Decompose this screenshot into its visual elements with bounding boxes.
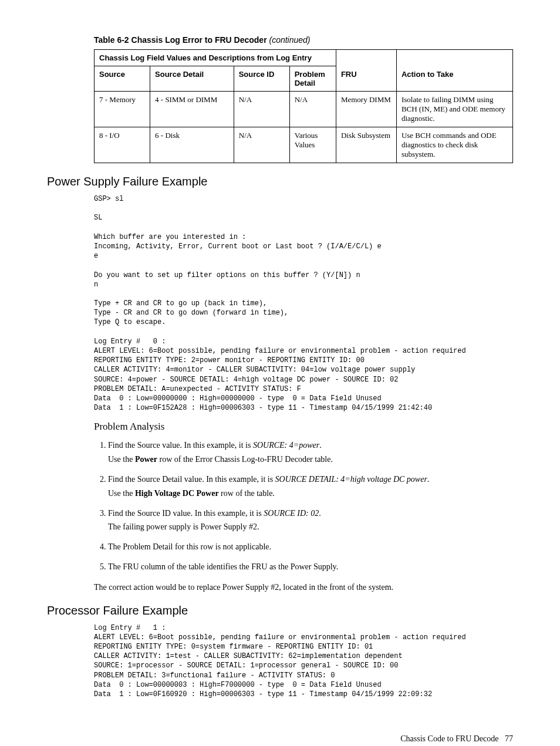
table-caption: Table 6-2 Chassis Log Error to FRU Decod…: [94, 35, 513, 45]
cell-fru: Disk Subsystem: [336, 127, 396, 163]
processor-failure-heading: Processor Failure Example: [47, 604, 513, 617]
th-problem-detail: Problem Detail: [289, 66, 336, 92]
th-source: Source: [95, 66, 150, 92]
cell-source-detail: 4 - SIMM or DIMM: [150, 92, 234, 127]
cell-action: Use BCH commands and ODE diagnostics to …: [396, 127, 512, 163]
table-row: 7 - Memory 4 - SIMM or DIMM N/A N/A Memo…: [95, 92, 513, 127]
caption-continued: (continued): [269, 35, 310, 45]
list-item: Find the Source ID value. In this exampl…: [108, 507, 513, 535]
cell-problem-detail: Various Values: [289, 127, 336, 163]
cell-source-id: N/A: [234, 92, 289, 127]
empty-header: [396, 50, 512, 66]
empty-header: [336, 50, 396, 66]
list-item: The Problem Detail for this row is not a…: [108, 540, 513, 554]
cell-source: 7 - Memory: [95, 92, 150, 127]
cell-action: Isolate to failing DIMM using BCH (IN, M…: [396, 92, 512, 127]
th-action: Action to Take: [396, 66, 512, 92]
power-supply-log: GSP> sl SL Which buffer are you interest…: [94, 194, 513, 413]
analysis-conclusion: The correct action would be to replace P…: [94, 581, 513, 593]
cell-source-id: N/A: [234, 127, 289, 163]
footer-text: Chassis Code to FRU Decode: [400, 734, 498, 743]
cell-fru: Memory DIMM: [336, 92, 396, 127]
th-source-detail: Source Detail: [150, 66, 234, 92]
problem-analysis-heading: Problem Analysis: [94, 421, 513, 433]
analysis-list: Find the Source value. In this example, …: [94, 438, 513, 573]
footer-page: 77: [505, 734, 513, 743]
caption-prefix: Table 6-2 Chassis Log Error to FRU Decod…: [94, 35, 267, 45]
table-row: 8 - I/O 6 - Disk N/A Various Values Disk…: [95, 127, 513, 163]
th-fru: FRU: [336, 66, 396, 92]
th-source-id: Source ID: [234, 66, 289, 92]
power-supply-heading: Power Supply Failure Example: [47, 175, 513, 188]
table-super-header: Chassis Log Field Values and Description…: [95, 50, 336, 66]
cell-problem-detail: N/A: [289, 92, 336, 127]
list-item: Find the Source value. In this example, …: [108, 438, 513, 467]
list-item: Find the Source Detail value. In this ex…: [108, 472, 513, 501]
decoder-table: Chassis Log Field Values and Description…: [94, 49, 513, 163]
cell-source-detail: 6 - Disk: [150, 127, 234, 163]
cell-source: 8 - I/O: [95, 127, 150, 163]
page-footer: Chassis Code to FRU Decode 77: [47, 734, 513, 744]
processor-failure-log: Log Entry # 1 : ALERT LEVEL: 6=Boot poss…: [94, 623, 513, 700]
list-item: The FRU column of the table identifies t…: [108, 560, 513, 574]
